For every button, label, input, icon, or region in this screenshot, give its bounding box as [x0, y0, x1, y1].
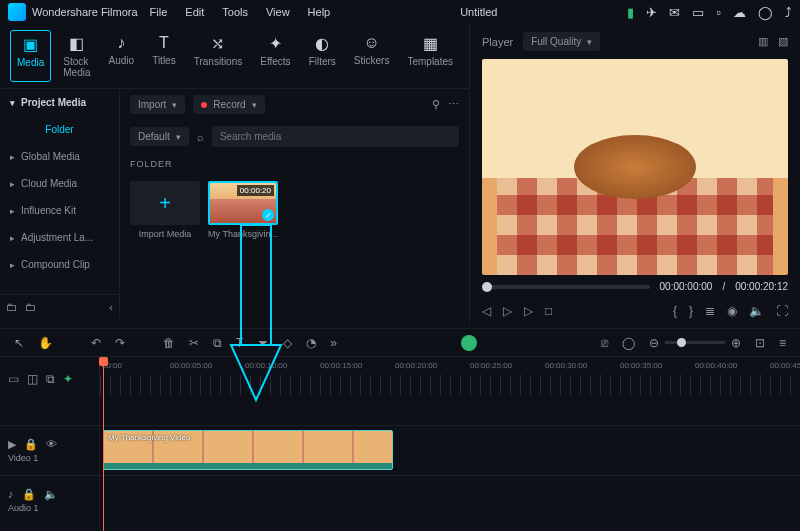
- more-icon[interactable]: ⋯: [448, 98, 459, 111]
- sidebar-cloud-media[interactable]: ▸Cloud Media: [0, 170, 119, 197]
- stop-icon[interactable]: □: [545, 304, 552, 318]
- sidebar-project-media[interactable]: ▾Project Media: [0, 89, 119, 116]
- zoom-slider[interactable]: [665, 341, 725, 344]
- mark-out-icon[interactable]: }: [689, 304, 693, 318]
- redo-icon[interactable]: ↷: [115, 336, 125, 350]
- track-opt4-icon[interactable]: ✦: [63, 372, 73, 386]
- cloud-icon[interactable]: ☁: [733, 5, 746, 20]
- menu-tools[interactable]: Tools: [222, 6, 248, 18]
- time-sep: /: [722, 281, 725, 292]
- fullscreen-icon[interactable]: ⛶: [776, 304, 788, 318]
- tab-audio[interactable]: ♪Audio: [103, 30, 141, 82]
- zoom-in-icon[interactable]: ⊕: [731, 336, 741, 350]
- play-icon[interactable]: ▷: [503, 304, 512, 318]
- collapse-sidebar-icon[interactable]: ‹: [109, 301, 113, 313]
- pointer-tool-icon[interactable]: ↖: [14, 336, 24, 350]
- panel-icon[interactable]: ▭: [692, 5, 704, 20]
- compare-view-icon[interactable]: ▥: [758, 35, 768, 48]
- menu-edit[interactable]: Edit: [185, 6, 204, 18]
- import-dropdown[interactable]: Import▾: [130, 95, 185, 114]
- tab-media[interactable]: ▣Media: [10, 30, 51, 82]
- quality-dropdown[interactable]: Full Quality▾: [523, 32, 600, 51]
- speed-icon[interactable]: ◔: [306, 336, 316, 350]
- sidebar-global-media[interactable]: ▸Global Media: [0, 143, 119, 170]
- search-input[interactable]: [212, 126, 459, 147]
- visible-icon[interactable]: 👁: [46, 438, 57, 451]
- mute-icon[interactable]: 🔈: [44, 488, 58, 501]
- clip-duration-badge: 00:00:20: [237, 185, 274, 196]
- audio-track[interactable]: [100, 476, 800, 525]
- timeline-ruler[interactable]: 00:00 00:00:05:00 00:00:10:00 00:00:15:0…: [100, 357, 800, 401]
- quality-icon[interactable]: ≣: [705, 304, 715, 318]
- undo-icon[interactable]: ↶: [91, 336, 101, 350]
- fit-icon[interactable]: ⊡: [755, 336, 765, 350]
- save-icon[interactable]: ▫: [716, 5, 721, 20]
- tab-stickers[interactable]: ☺Stickers: [348, 30, 396, 82]
- lock-icon[interactable]: 🔒: [24, 438, 38, 451]
- lock-icon[interactable]: 🔒: [22, 488, 36, 501]
- sort-dropdown[interactable]: Default▾: [130, 127, 189, 146]
- menu-help[interactable]: Help: [308, 6, 331, 18]
- tab-stock[interactable]: ◧Stock Media: [57, 30, 96, 82]
- settings-icon[interactable]: ≡: [779, 336, 786, 350]
- sidebar-compound-clip[interactable]: ▸Compound Clip: [0, 251, 119, 278]
- gift-icon[interactable]: ▮: [627, 5, 634, 20]
- tab-titles[interactable]: TTitles: [146, 30, 182, 82]
- media-icon: ▣: [23, 35, 38, 54]
- zoom-handle[interactable]: [677, 338, 686, 347]
- camera-icon[interactable]: ◉: [727, 304, 737, 318]
- app-logo: [8, 3, 26, 21]
- sidebar-influence-kit[interactable]: ▸Influence Kit: [0, 197, 119, 224]
- more-tools-icon[interactable]: »: [330, 336, 337, 350]
- sidebar-folder[interactable]: Folder: [0, 116, 119, 143]
- account-icon[interactable]: ◯: [758, 5, 773, 20]
- time-current: 00:00:00:00: [660, 281, 713, 292]
- video-track[interactable]: My Thanksgiving Video: [100, 426, 800, 475]
- track-opt2-icon[interactable]: ◫: [27, 372, 38, 386]
- sidebar-adjustment-layer[interactable]: ▸Adjustment La...: [0, 224, 119, 251]
- export-icon[interactable]: ⤴: [785, 5, 792, 20]
- marker-icon[interactable]: ⏷: [257, 336, 269, 350]
- send-icon[interactable]: ✈: [646, 5, 657, 20]
- preview-viewport[interactable]: [482, 59, 788, 275]
- record-dot-icon: [201, 102, 207, 108]
- menu-file[interactable]: File: [150, 6, 168, 18]
- audio-track-header[interactable]: ♪🔒🔈 Audio 1: [0, 476, 100, 525]
- mark-in-icon[interactable]: {: [673, 304, 677, 318]
- snapshot-icon[interactable]: ▧: [778, 35, 788, 48]
- tab-transitions[interactable]: ⤭Transitions: [188, 30, 249, 82]
- scrub-handle[interactable]: [482, 282, 492, 292]
- new-bin-icon[interactable]: 🗀: [25, 301, 36, 313]
- timeline-clip[interactable]: My Thanksgiving Video: [103, 430, 393, 470]
- import-media-card[interactable]: + Import Media: [130, 181, 200, 239]
- next-frame-icon[interactable]: ▷: [524, 304, 533, 318]
- templates-icon: ▦: [423, 34, 438, 53]
- filter-icon[interactable]: ⚲: [432, 98, 440, 111]
- prev-frame-icon[interactable]: ◁: [482, 304, 491, 318]
- zoom-out-icon[interactable]: ⊖: [649, 336, 659, 350]
- record-dropdown[interactable]: Record▾: [193, 95, 264, 114]
- video-track-header[interactable]: ▶🔒👁 Video 1: [0, 426, 100, 475]
- render-icon[interactable]: ◯: [622, 336, 635, 350]
- text-icon[interactable]: T: [236, 336, 243, 350]
- hand-tool-icon[interactable]: ✋: [38, 336, 53, 350]
- delete-icon[interactable]: 🗑: [163, 336, 175, 350]
- tab-templates[interactable]: ▦Templates: [401, 30, 459, 82]
- mixer-icon[interactable]: ⎚: [601, 336, 608, 350]
- message-icon[interactable]: ✉: [669, 5, 680, 20]
- keyframe-icon[interactable]: ◇: [283, 336, 292, 350]
- tab-effects[interactable]: ✦Effects: [254, 30, 296, 82]
- track-opt3-icon[interactable]: ⧉: [46, 372, 55, 386]
- track-opt1-icon[interactable]: ▭: [8, 372, 19, 386]
- scrub-bar[interactable]: [482, 285, 650, 289]
- crop-icon[interactable]: ⧉: [213, 336, 222, 350]
- menu-view[interactable]: View: [266, 6, 290, 18]
- tick: 00:00:15:00: [320, 361, 362, 370]
- new-folder-icon[interactable]: 🗀: [6, 301, 17, 313]
- tab-filters[interactable]: ◐Filters: [303, 30, 342, 82]
- volume-icon[interactable]: 🔈: [749, 304, 764, 318]
- cut-icon[interactable]: ✂: [189, 336, 199, 350]
- ai-button[interactable]: [461, 335, 477, 351]
- media-clip-card[interactable]: 00:00:20 ✓ My Thanksgivin...: [208, 181, 278, 239]
- playhead[interactable]: [103, 357, 104, 531]
